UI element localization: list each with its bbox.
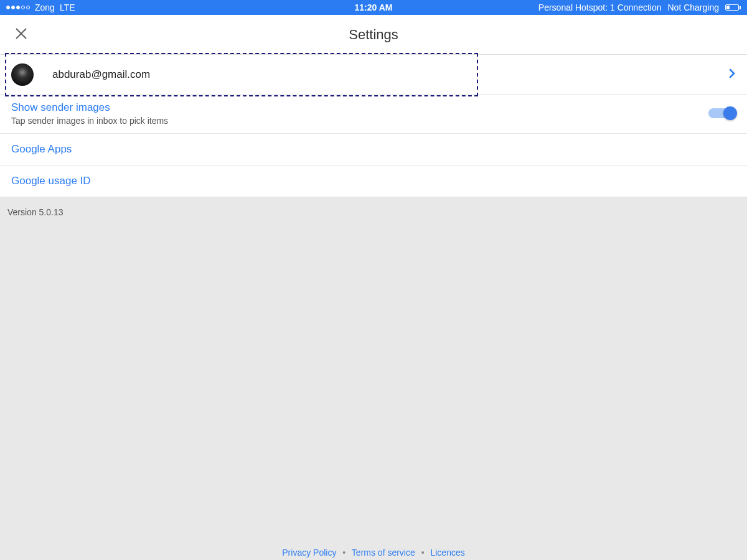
close-button[interactable] <box>15 27 27 42</box>
footer: Privacy Policy • Terms of service • Lice… <box>0 548 747 558</box>
status-left: Zong LTE <box>6 2 75 12</box>
terms-link[interactable]: Terms of service <box>352 548 415 558</box>
setting-google-apps[interactable]: Google Apps <box>0 134 747 166</box>
setting-show-sender-images[interactable]: Show sender images Tap sender images in … <box>0 95 747 134</box>
charging-label: Not Charging <box>668 2 720 12</box>
page-title: Settings <box>349 27 398 43</box>
battery-icon <box>725 4 741 11</box>
network-label: LTE <box>60 2 75 12</box>
account-email: abdurab@gmail.com <box>52 68 150 81</box>
close-icon <box>15 27 27 40</box>
carrier-label: Zong <box>35 2 55 12</box>
account-row[interactable]: abdurab@gmail.com <box>0 55 747 95</box>
nav-bar: Settings <box>0 15 747 55</box>
licences-link[interactable]: Licences <box>430 548 464 558</box>
status-bar: Zong LTE 11:20 AM Personal Hotspot: 1 Co… <box>0 0 747 15</box>
show-sender-images-toggle[interactable] <box>708 108 736 118</box>
status-right: Personal Hotspot: 1 Connection Not Charg… <box>538 2 741 12</box>
version-label: Version 5.0.13 <box>0 197 747 227</box>
chevron-right-icon <box>728 68 736 82</box>
status-time: 11:20 AM <box>355 2 393 12</box>
setting-subtitle: Tap sender images in inbox to pick items <box>11 116 708 126</box>
toggle-knob <box>723 106 737 120</box>
separator: • <box>342 548 345 558</box>
setting-google-usage-id[interactable]: Google usage ID <box>0 166 747 197</box>
hotspot-label: Personal Hotspot: 1 Connection <box>538 2 662 12</box>
setting-title: Google usage ID <box>11 174 91 188</box>
separator: • <box>421 548 425 558</box>
setting-title: Show sender images <box>11 101 708 114</box>
signal-strength-icon <box>6 6 30 9</box>
setting-title: Google Apps <box>11 142 72 156</box>
privacy-policy-link[interactable]: Privacy Policy <box>282 548 336 558</box>
avatar <box>11 63 34 86</box>
